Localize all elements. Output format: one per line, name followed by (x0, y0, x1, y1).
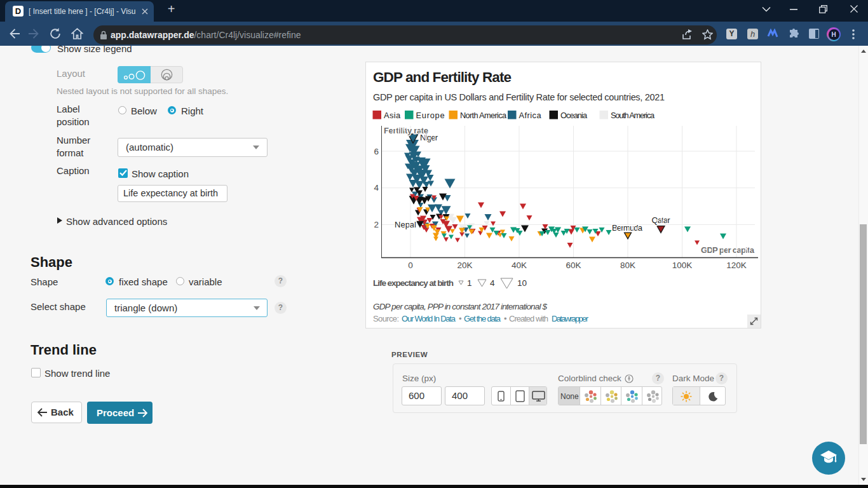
svg-text:GDP per capita: GDP per capita (701, 245, 755, 255)
svg-text:Africa: Africa (519, 111, 542, 120)
svg-text:Niger: Niger (420, 133, 438, 142)
svg-text:Bermuda: Bermuda (612, 223, 643, 233)
svg-text:Datawrapper: Datawrapper (552, 314, 589, 323)
svg-text:•: • (504, 314, 507, 323)
svg-text:Get the data: Get the data (464, 314, 501, 323)
svg-text:20K: 20K (457, 261, 472, 270)
svg-text:40K: 40K (512, 261, 527, 270)
svg-text:GDP per capita, PPP in constan: GDP per capita, PPP in constant 2017 int… (373, 302, 547, 311)
svg-text:1: 1 (467, 278, 472, 288)
svg-text:Life expectancy at birth: Life expectancy at birth (373, 278, 454, 288)
svg-text:Our World In Data: Our World In Data (402, 314, 456, 323)
svg-text:60K: 60K (566, 261, 581, 270)
svg-text:South America: South America (611, 111, 655, 120)
svg-text:120K: 120K (726, 261, 747, 270)
svg-text:GDP per capita in US Dollars a: GDP per capita in US Dollars and Fertili… (373, 92, 665, 102)
svg-text:0: 0 (408, 261, 413, 270)
svg-text:Asia: Asia (384, 111, 401, 120)
svg-text:6: 6 (374, 147, 379, 156)
svg-text:Nepal: Nepal (395, 220, 416, 229)
svg-text:Oceania: Oceania (560, 111, 588, 120)
svg-text:Source:: Source: (373, 314, 399, 323)
svg-text:4: 4 (490, 278, 495, 288)
svg-text:4: 4 (374, 183, 379, 193)
svg-text:100K: 100K (672, 261, 693, 270)
svg-text:•: • (459, 314, 462, 323)
svg-text:10: 10 (517, 278, 527, 288)
svg-text:Europe: Europe (416, 111, 445, 120)
svg-text:Created with: Created with (509, 314, 548, 323)
svg-text:Qatar: Qatar (652, 215, 671, 225)
svg-text:GDP and Fertility Rate: GDP and Fertility Rate (373, 69, 512, 85)
svg-text:2: 2 (374, 220, 379, 229)
svg-text:80K: 80K (620, 261, 635, 270)
svg-text:North America: North America (460, 111, 507, 120)
